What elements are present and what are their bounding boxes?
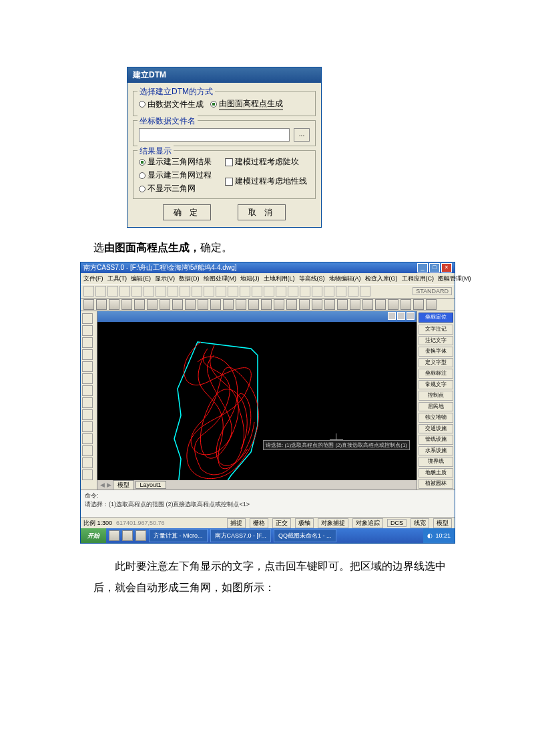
menu-item[interactable]: 检查入库(G) — [365, 274, 398, 283]
region-icon[interactable] — [82, 457, 93, 468]
panel-btn[interactable]: 变换字体 — [419, 347, 453, 357]
table-icon[interactable] — [82, 469, 93, 480]
toolbar-icon[interactable] — [210, 299, 221, 310]
toolbar-icon[interactable] — [172, 299, 183, 310]
toolbar-icon[interactable] — [252, 286, 262, 297]
radio-show-tin-process[interactable]: 显示建三角网过程 — [139, 170, 212, 181]
minimize-icon[interactable]: _ — [417, 263, 428, 272]
toolbar-icon[interactable] — [107, 286, 118, 297]
check-breakline[interactable]: 建模过程考虑地性线 — [225, 176, 307, 187]
status-toggle[interactable]: 正交 — [272, 518, 291, 528]
menu-item[interactable]: 工具(T) — [107, 274, 127, 283]
polyline-icon[interactable] — [82, 325, 93, 336]
toolbar-icon[interactable] — [336, 286, 346, 297]
tab-layout1[interactable]: Layout1 — [136, 481, 166, 489]
start-button[interactable]: 开始 — [81, 528, 106, 543]
taskbar-task[interactable]: QQ截图未命名1 - ... — [274, 529, 336, 542]
radio-from-data-file[interactable]: 由数据文件生成 — [139, 99, 204, 110]
panel-btn[interactable]: 坐标定位 — [419, 313, 453, 323]
rect-icon[interactable] — [82, 361, 93, 372]
ok-button[interactable]: 确 定 — [163, 204, 211, 220]
panel-btn[interactable]: 控制点 — [419, 391, 453, 401]
panel-btn[interactable]: 文字注记 — [419, 325, 453, 335]
cancel-button[interactable]: 取 消 — [238, 204, 286, 220]
hatch-icon[interactable] — [82, 397, 93, 408]
taskbar-task[interactable]: 方量计算 - Micro... — [149, 529, 208, 542]
panel-btn[interactable]: 植被园林 — [419, 479, 453, 489]
toolbar-icon[interactable] — [286, 299, 297, 310]
mdi-min-icon[interactable] — [388, 312, 396, 320]
toolbar-icon[interactable] — [121, 299, 132, 310]
toolbar-icon[interactable] — [276, 286, 286, 297]
tab-model[interactable]: 模型 — [113, 480, 134, 490]
toolbar-icon[interactable] — [134, 299, 145, 310]
menu-item[interactable]: 土地利用(L) — [264, 274, 295, 283]
toolbar-icon[interactable] — [388, 299, 398, 310]
panel-btn[interactable]: 管线设施 — [419, 435, 453, 445]
check-steep-bank[interactable]: 建模过程考虑陡坎 — [225, 156, 307, 168]
status-toggle[interactable]: DCS — [387, 519, 407, 527]
point-icon[interactable] — [82, 445, 93, 456]
toolbar-icon[interactable] — [288, 286, 298, 297]
menu-item[interactable]: 文件(F) — [83, 274, 103, 283]
close-icon[interactable]: × — [441, 263, 452, 272]
toolbar-icon[interactable] — [240, 286, 250, 297]
quicklaunch-icon[interactable] — [122, 530, 133, 541]
ellipse-icon[interactable] — [82, 373, 93, 384]
panel-btn[interactable]: 坐标标注 — [419, 369, 453, 379]
toolbar-icon[interactable] — [168, 286, 178, 297]
panel-btn[interactable]: 定义字型 — [419, 358, 453, 368]
style-combo[interactable]: STANDARD — [413, 287, 452, 295]
toolbar-icon[interactable] — [228, 286, 238, 297]
command-window[interactable]: 命令: 请选择：(1)选取高程点的范围 (2)直接选取高程点或控制点<1> — [81, 490, 455, 517]
toolbar-icon[interactable] — [83, 286, 94, 297]
menu-item[interactable]: 地籍(J) — [240, 274, 260, 283]
arc-icon[interactable] — [82, 349, 93, 360]
maximize-icon[interactable]: □ — [429, 263, 440, 272]
status-toggle[interactable]: 对象追踪 — [352, 518, 383, 528]
status-toggle[interactable]: 模型 — [433, 518, 452, 528]
radio-hide-tin[interactable]: 不显示三角网 — [139, 183, 212, 194]
toolbar-icon[interactable] — [350, 299, 360, 310]
status-toggle[interactable]: 对象捕捉 — [318, 518, 348, 528]
toolbar-icon[interactable] — [144, 286, 154, 297]
menu-item[interactable]: 工程应用(C) — [402, 274, 435, 283]
toolbar-icon[interactable] — [299, 299, 310, 310]
toolbar-icon[interactable] — [274, 299, 284, 310]
toolbar-icon[interactable] — [204, 286, 214, 297]
coord-file-input[interactable] — [139, 128, 290, 142]
taskbar-task[interactable]: 南方CASS7.0 - [F... — [210, 529, 272, 542]
toolbar-icon[interactable] — [337, 299, 348, 310]
toolbar-icon[interactable] — [147, 299, 158, 310]
panel-btn[interactable]: 注记文字 — [419, 336, 453, 346]
toolbar-icon[interactable] — [413, 299, 424, 310]
toolbar-icon[interactable] — [131, 286, 142, 297]
toolbar-icon[interactable] — [248, 299, 259, 310]
text-icon[interactable] — [82, 409, 93, 420]
toolbar-icon[interactable] — [324, 299, 335, 310]
toolbar-icon[interactable] — [223, 299, 234, 310]
status-toggle[interactable]: 线宽 — [411, 518, 429, 528]
radio-show-tin-result[interactable]: 显示建三角网结果 — [139, 156, 212, 168]
menu-item[interactable]: 编辑(E) — [131, 274, 151, 283]
menu-item[interactable]: 地物编辑(A) — [329, 274, 361, 283]
toolbar-icon[interactable] — [300, 286, 310, 297]
toolbar-icon[interactable] — [180, 286, 190, 297]
panel-btn[interactable]: 居民地 — [419, 402, 453, 412]
panel-btn[interactable]: 交通设施 — [419, 424, 453, 434]
toolbar-icon[interactable] — [198, 299, 208, 310]
quicklaunch-icon[interactable] — [109, 530, 119, 541]
quicklaunch-icon[interactable] — [136, 530, 146, 541]
panel-btn[interactable]: 地貌土质 — [419, 468, 453, 478]
toolbar-icon[interactable] — [109, 299, 119, 310]
toolbar-icon[interactable] — [400, 299, 411, 310]
toolbar-icon[interactable] — [375, 299, 386, 310]
toolbar-icon[interactable] — [236, 299, 246, 310]
toolbar-icon[interactable] — [192, 286, 202, 297]
browse-button[interactable]: ... — [294, 128, 310, 142]
circle-icon[interactable] — [82, 337, 93, 348]
dim-icon[interactable] — [82, 421, 93, 432]
panel-btn[interactable]: 常规文字 — [419, 380, 453, 390]
toolbar-icon[interactable] — [312, 299, 322, 310]
panel-btn[interactable]: 独立地物 — [419, 413, 453, 423]
